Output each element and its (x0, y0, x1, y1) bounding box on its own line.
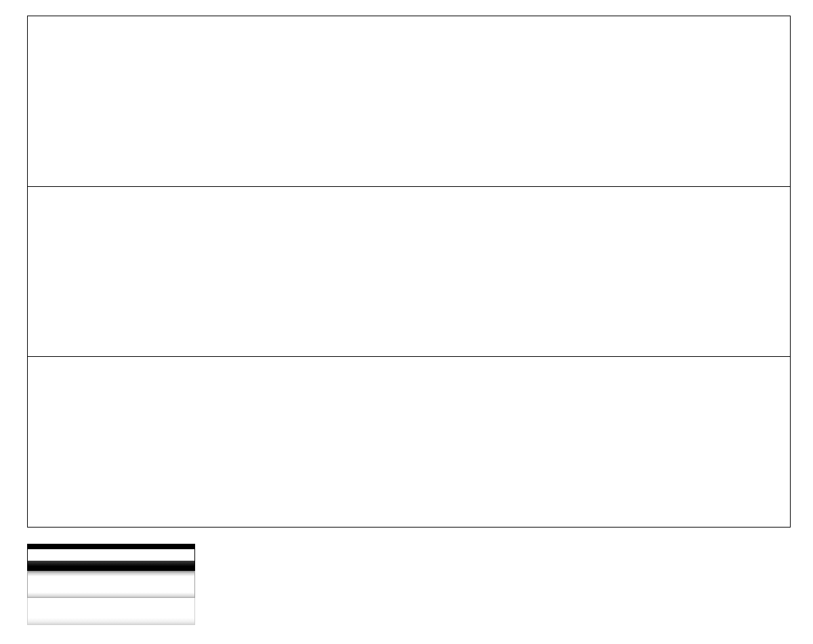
legend (27, 544, 195, 625)
legend-item-3 (27, 598, 195, 625)
main-panel-container (27, 16, 791, 528)
panel-middle (28, 187, 790, 358)
legend-item-1 (27, 544, 195, 571)
panel-bottom (28, 357, 790, 527)
legend-item-2 (27, 571, 195, 598)
legend-item-1-inner (35, 549, 188, 561)
panel-top (28, 16, 790, 187)
